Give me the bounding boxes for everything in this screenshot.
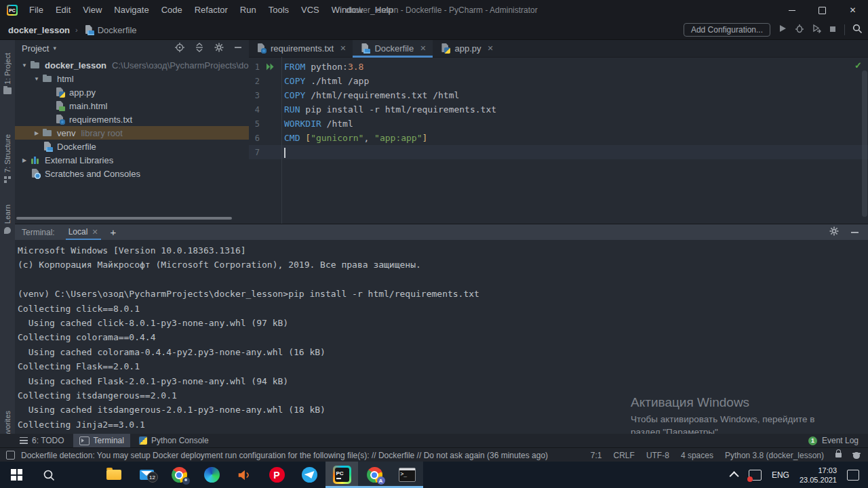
search-everywhere-icon[interactable] [852,24,863,37]
menu-file[interactable]: File [23,0,50,20]
tool-window-button-terminal[interactable]: Terminal [73,434,130,447]
collapse-all-icon[interactable] [195,43,204,54]
terminal-settings-gear-icon[interactable] [829,226,839,238]
taskbar-chrome[interactable] [163,462,195,488]
tool-window-button-6-todo[interactable]: 6: TODO [14,434,71,447]
locate-file-icon[interactable] [175,43,184,54]
taskbar-chrome-profile[interactable]: A [358,462,391,488]
tree-item-docker-lesson[interactable]: ▼docker_lessonC:\Users\озод\PycharmProje… [15,58,249,72]
menu-vcs[interactable]: VCS [295,0,326,20]
event-log-widget[interactable]: 1 Event Log [808,436,859,445]
horizontal-scrollbar[interactable] [16,217,232,220]
status-line-separator[interactable]: CRLF [614,451,635,460]
line-number: 6 [249,134,260,143]
hide-panel-icon[interactable] [234,43,242,54]
maximize-button[interactable] [807,0,837,20]
taskbar-cmd[interactable] [391,462,423,488]
terminal-header: Terminal: Local ✕ + [15,224,868,240]
taskbar-pinterest[interactable]: P [260,462,293,488]
tool-window-button-label: Python Console [151,436,209,445]
tree-item-requirements-txt[interactable]: requirements.txt [15,113,249,126]
breadcrumb-project[interactable]: docker_lesson [8,25,70,35]
tree-item-external-libraries[interactable]: ▶External Libraries [15,153,249,167]
taskbar-explorer[interactable] [98,462,130,488]
settings-gear-icon[interactable] [214,43,224,54]
hector-inspector-icon[interactable] [853,452,860,459]
stripe-button-7-structure[interactable]: 7: Structure [0,134,15,183]
debug-icon[interactable] [795,24,804,36]
tree-expanded-arrow-icon[interactable]: ▼ [31,76,42,82]
taskbar-search[interactable] [33,462,65,488]
tree-item-html[interactable]: ▼html [15,72,249,85]
tool-window-button-python-console[interactable]: Python Console [133,434,215,447]
status-python-interpreter[interactable]: Python 3.8 (docker_lesson) [725,451,824,460]
inspection-ok-icon[interactable]: ✓ [854,60,862,70]
code-line-4[interactable]: 4RUN pip install -r html/requirements.tx… [249,102,868,117]
code-line-1[interactable]: 1FROM python:3.8 [249,60,868,74]
code-line-5[interactable]: 5WORKDIR /html [249,117,868,131]
run-icon[interactable] [778,24,787,36]
hide-terminal-icon[interactable] [851,232,859,233]
tree-item-scratches-and-consoles[interactable]: Scratches and Consoles [15,167,249,180]
taskbar-edge[interactable] [195,462,228,488]
status-file-encoding[interactable]: UTF-8 [646,451,669,460]
close-tab-icon[interactable]: ✕ [340,44,346,53]
taskbar-task-view[interactable] [65,462,98,488]
clock[interactable]: 17:03 23.05.2021 [800,466,837,485]
close-tab-icon[interactable]: ✕ [487,44,493,53]
status-indent-style[interactable]: 4 spaces [681,451,713,460]
tree-item-dockerfile[interactable]: Dockerfile [15,140,249,153]
stripe-button-learn[interactable]: Learn [0,205,15,234]
tree-item-main-html[interactable]: main.html [15,99,249,113]
tab-app-py[interactable]: app.py✕ [433,39,500,57]
terminal-tab-local[interactable]: Local ✕ [68,224,98,240]
code-line-7[interactable]: 7 [249,145,868,159]
stripe-button-1-project[interactable]: 1: Project [0,53,15,94]
project-panel-title[interactable]: Project [22,43,49,54]
new-session-icon[interactable]: + [111,227,117,237]
menu-view[interactable]: View [77,0,108,20]
code-line-6[interactable]: 6CMD ["gunicorn", "app:app"] [249,131,868,145]
menu-edit[interactable]: Edit [50,0,77,20]
taskbar-volume[interactable] [228,462,260,488]
tree-item-app-py[interactable]: app.py [15,85,249,99]
status-caret-position[interactable]: 7:1 [591,451,602,460]
close-tab-icon[interactable]: ✕ [420,44,426,53]
terminal-output[interactable]: Microsoft Windows [Version 10.0.18363.13… [15,240,868,432]
tree-expanded-arrow-icon[interactable]: ▼ [19,62,30,68]
run-with-coverage-icon[interactable] [812,24,821,36]
editor-scrollbar[interactable] [862,70,867,217]
menu-run[interactable]: Run [234,0,262,20]
language-indicator[interactable]: ENG [772,470,789,480]
tray-recorder-icon[interactable] [749,470,762,481]
code-line-2[interactable]: 2COPY ./html /app [249,74,868,88]
tab-requirements-txt[interactable]: requirements.txt✕ [249,39,353,57]
menu-code[interactable]: Code [155,0,189,20]
action-center-icon[interactable] [847,470,859,481]
close-icon[interactable]: ✕ [92,224,98,240]
menu-navigate[interactable]: Navigate [108,0,155,20]
taskbar-start[interactable] [0,462,33,488]
lock-icon[interactable] [835,453,842,458]
taskbar-telegram[interactable] [293,462,326,488]
run-line-icon[interactable] [260,63,280,70]
code-line-3[interactable]: 3COPY /html/requirements.txt /html [249,88,868,102]
tree-collapsed-arrow-icon[interactable]: ▶ [19,157,30,163]
minimize-button[interactable] [776,0,807,20]
add-configuration-button[interactable]: Add Configuration... [684,23,770,37]
taskbar-pycharm[interactable]: PC [326,462,358,488]
menu-tools[interactable]: Tools [262,0,295,20]
breadcrumb-file[interactable]: Dockerfile [98,25,137,35]
tray-expand-chevron-icon[interactable] [729,471,738,481]
tab-dockerfile[interactable]: Dockerfile✕ [353,39,433,57]
editor-body[interactable]: 1FROM python:3.82COPY ./html /app3COPY /… [249,58,868,159]
maximize-icon [818,7,826,14]
token: , [363,133,374,143]
status-message[interactable]: Dockerfile detection: You may setup Dock… [21,451,548,460]
taskbar-mail[interactable]: 12 [130,462,163,488]
stop-icon[interactable] [829,24,837,36]
menu-refactor[interactable]: Refactor [189,0,234,20]
close-button[interactable]: ✕ [837,0,868,20]
tree-item-venv[interactable]: ▶venvlibrary root [15,126,249,140]
tree-collapsed-arrow-icon[interactable]: ▶ [31,130,42,136]
